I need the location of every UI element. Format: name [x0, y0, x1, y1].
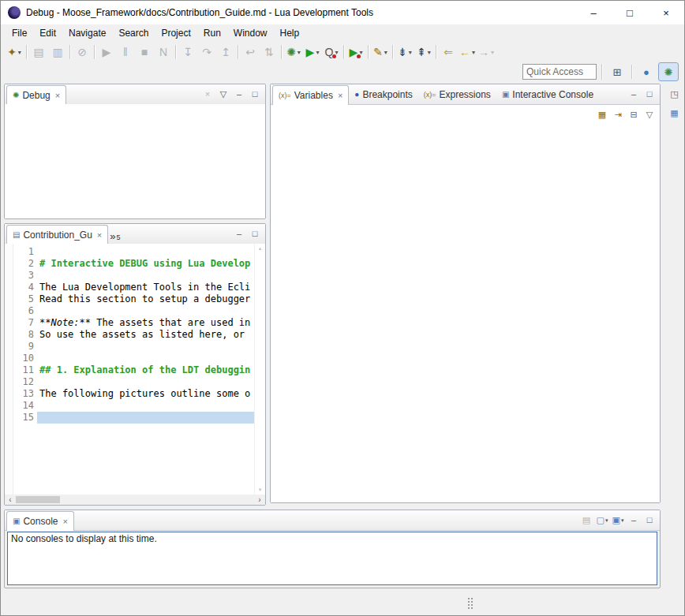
minimize-view-icon[interactable]: –: [232, 88, 246, 102]
step-over-icon[interactable]: ↷: [197, 43, 216, 61]
close-tab-icon[interactable]: ×: [55, 91, 60, 100]
scroll-down-icon[interactable]: ▾: [259, 487, 262, 493]
display-selected-console-icon[interactable]: ▢▾: [595, 513, 609, 528]
minimize-view-icon[interactable]: –: [232, 227, 246, 241]
save-all-icon[interactable]: ▥: [48, 43, 67, 61]
dropdown-arrow-icon[interactable]: ▾: [621, 517, 624, 524]
tab-interactive-console[interactable]: ▣Interactive Console: [496, 85, 599, 104]
menu-item-navigate[interactable]: Navigate: [62, 25, 112, 41]
lua-perspective-button[interactable]: ●: [636, 62, 657, 81]
terminate-icon[interactable]: ■: [135, 43, 154, 61]
scroll-left-icon[interactable]: ‹: [5, 495, 16, 505]
resize-grip[interactable]: [467, 597, 474, 610]
tab-contribution-gu[interactable]: ▤Contribution_Gu×: [6, 225, 108, 245]
editor-tab-overflow[interactable]: » 5: [108, 231, 125, 244]
close-tab-icon[interactable]: ×: [97, 230, 102, 240]
console-output[interactable]: No consoles to display at this time.: [7, 532, 657, 585]
editor-text-area[interactable]: # Interactive DEBUG using Lua DevelopThe…: [37, 244, 254, 495]
variables-view-panel: (x)=Variables×●Breakpoints(x)=Expression…: [270, 84, 661, 503]
close-button[interactable]: ×: [648, 1, 684, 24]
coverage-icon[interactable]: Q▾: [322, 43, 341, 61]
show-type-names-icon[interactable]: ▦: [595, 107, 609, 121]
console-view-toolbar: ▤▢▾▣▾–□: [579, 513, 660, 528]
maximize-view-icon[interactable]: □: [642, 513, 657, 528]
dropdown-arrow-icon[interactable]: ▾: [384, 49, 387, 56]
maximize-view-icon[interactable]: □: [248, 227, 262, 241]
editor-horizontal-scrollbar[interactable]: ‹ ›: [5, 495, 265, 505]
menu-item-edit[interactable]: Edit: [33, 25, 62, 41]
show-logical-structures-icon[interactable]: ⇥: [611, 107, 625, 121]
drop-to-frame-icon[interactable]: ↩: [241, 43, 260, 61]
menu-item-project[interactable]: Project: [155, 25, 197, 41]
editor-vertical-scrollbar[interactable]: ▴ ▾: [254, 244, 265, 495]
dropdown-arrow-icon[interactable]: ▾: [428, 49, 431, 56]
last-edit-location-icon[interactable]: ⇐: [439, 43, 458, 61]
tab-variables[interactable]: (x)=Variables×: [272, 85, 349, 105]
use-step-filters-icon[interactable]: ⇅: [260, 43, 279, 61]
editor-line: ## 1. Explanation of the LDT debuggin: [37, 364, 254, 376]
dropdown-arrow-icon[interactable]: ▾: [298, 49, 301, 56]
maximize-view-icon[interactable]: □: [248, 88, 262, 102]
tab-breakpoints[interactable]: ●Breakpoints: [349, 85, 417, 104]
remove-all-terminated-icon[interactable]: ×: [200, 88, 215, 102]
menu-item-run[interactable]: Run: [197, 25, 227, 41]
variables-view-content[interactable]: [271, 123, 660, 502]
view-menu-icon[interactable]: ▽: [216, 88, 230, 102]
dropdown-arrow-icon[interactable]: ▾: [18, 49, 21, 56]
maximize-view-icon[interactable]: □: [642, 88, 657, 102]
open-console-icon[interactable]: ▣▾: [611, 513, 625, 528]
breakpoints-icon: ●: [354, 91, 359, 99]
line-number: 8: [13, 329, 34, 341]
scroll-up-icon[interactable]: ▴: [259, 245, 262, 252]
resume-icon[interactable]: ▶: [97, 43, 116, 61]
restore-view-icon[interactable]: ◳: [668, 87, 682, 101]
suspend-icon[interactable]: ‖: [116, 43, 135, 61]
scroll-right-icon[interactable]: ›: [254, 495, 265, 505]
menu-item-window[interactable]: Window: [227, 25, 274, 41]
run-icon[interactable]: ▶▾: [303, 43, 322, 61]
tab-expressions[interactable]: (x)=Expressions: [418, 85, 496, 104]
tab-label: Interactive Console: [512, 89, 593, 100]
next-annotation-icon[interactable]: ⇟▾: [395, 43, 414, 61]
debug-perspective-button[interactable]: ✺: [658, 62, 679, 81]
forward-icon[interactable]: →▾: [477, 43, 496, 61]
close-tab-icon[interactable]: ×: [62, 517, 67, 526]
previous-annotation-icon[interactable]: ⇞▾: [414, 43, 433, 61]
dropdown-arrow-icon[interactable]: ▾: [605, 517, 608, 524]
view-menu-icon[interactable]: ▽: [642, 107, 657, 121]
console-icon: ▣: [13, 517, 20, 525]
console-message: No consoles to display at this time.: [11, 533, 157, 544]
minimize-view-icon[interactable]: –: [627, 513, 641, 528]
debug-view-content[interactable]: [5, 104, 265, 218]
tab-debug[interactable]: ✺Debug×: [6, 85, 66, 105]
dropdown-arrow-icon[interactable]: ▾: [472, 49, 475, 56]
skip-all-breakpoints-icon[interactable]: ⊘: [73, 43, 92, 61]
search-icon[interactable]: ✎▾: [371, 43, 390, 61]
scrollbar-thumb[interactable]: [16, 496, 60, 503]
badge-dot: [332, 54, 336, 58]
tab-console[interactable]: ▣Console×: [6, 511, 74, 531]
open-perspective-icon[interactable]: ⊞: [607, 62, 627, 81]
step-into-icon[interactable]: ↧: [178, 43, 197, 61]
dropdown-arrow-icon[interactable]: ▾: [316, 49, 319, 56]
maximize-button[interactable]: □: [612, 1, 648, 24]
menu-item-search[interactable]: Search: [112, 25, 155, 41]
collapse-all-icon[interactable]: ⊟: [627, 107, 641, 121]
external-tools-icon[interactable]: ▶▾: [346, 43, 365, 61]
clear-console-icon[interactable]: ▤: [579, 513, 593, 528]
back-icon[interactable]: ←▾: [458, 43, 477, 61]
step-return-icon[interactable]: ↥: [216, 43, 235, 61]
minimize-button[interactable]: –: [575, 1, 612, 24]
save-icon[interactable]: ▤: [29, 43, 48, 61]
dropdown-arrow-icon[interactable]: ▾: [409, 49, 412, 56]
menu-item-file[interactable]: File: [6, 25, 33, 41]
debug-icon[interactable]: ✺▾: [284, 43, 303, 61]
minimize-view-icon[interactable]: –: [627, 88, 641, 102]
menu-item-help[interactable]: Help: [274, 25, 306, 41]
disconnect-icon[interactable]: N: [154, 43, 173, 61]
close-tab-icon[interactable]: ×: [338, 91, 342, 100]
new-wizard-icon[interactable]: ✦▾: [5, 43, 24, 61]
dropdown-arrow-icon[interactable]: ▾: [491, 49, 494, 56]
quick-access-input[interactable]: Quick Access: [522, 64, 597, 80]
minimized-outline-view-icon[interactable]: ▦: [668, 106, 682, 120]
